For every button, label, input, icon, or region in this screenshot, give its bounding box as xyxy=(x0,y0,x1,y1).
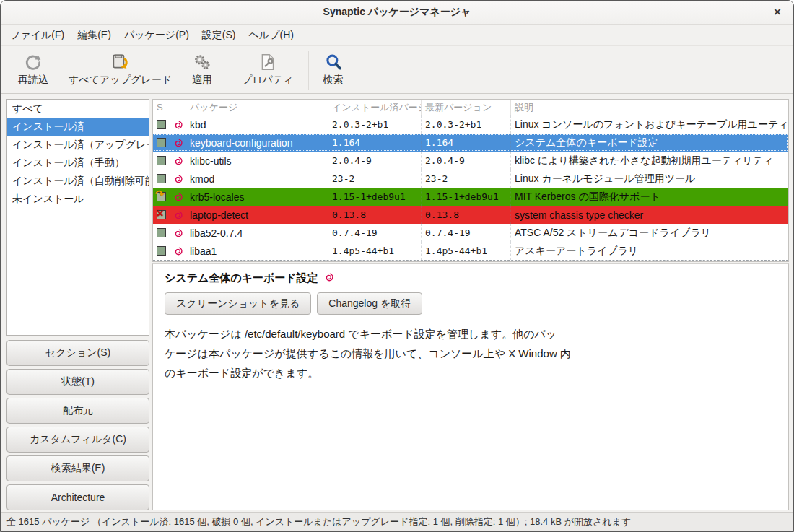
architecture-button[interactable]: Architecture xyxy=(6,484,149,510)
search-button[interactable]: 検索 xyxy=(313,48,354,92)
properties-button[interactable]: プロパティ xyxy=(232,48,304,92)
installed-version: 0.7.4-19 xyxy=(328,224,422,242)
column-header-package[interactable]: パッケージ xyxy=(186,100,328,115)
installed-version: 1.164 xyxy=(328,134,422,152)
installed-version: 1.15-1+deb9u1 xyxy=(328,188,422,206)
filter-item[interactable]: 未インストール xyxy=(7,190,149,208)
close-icon[interactable]: × xyxy=(769,4,786,21)
installed-version: 2.0.4-9 xyxy=(328,152,422,170)
menu-package[interactable]: パッケージ(P) xyxy=(118,26,196,45)
menu-edit[interactable]: 編集(E) xyxy=(71,26,118,45)
table-header: S パッケージ インストール済バージョン 最新バージョン 説明 xyxy=(153,100,788,115)
package-name: kmod xyxy=(186,170,328,188)
origin-button[interactable]: 配布元 xyxy=(6,398,149,424)
column-header-icon[interactable] xyxy=(170,100,186,115)
latest-version: 2.0.3-2+b1 xyxy=(422,115,511,134)
package-description: klibc により構築された小さな起動初期用ユーティリティ xyxy=(511,152,788,170)
table-row[interactable]: kbd 2.0.3-2+b1 2.0.3-2+b1 Linux コンソールのフォ… xyxy=(153,115,788,134)
menu-settings[interactable]: 設定(S) xyxy=(196,26,243,45)
package-icon-cell xyxy=(170,115,186,134)
latest-version: 1.164 xyxy=(422,134,511,152)
properties-icon xyxy=(258,53,277,71)
content-area: S パッケージ インストール済バージョン 最新バージョン 説明 kbd 2.0.… xyxy=(152,99,789,510)
search-results-button[interactable]: 検索結果(E) xyxy=(6,455,149,481)
menubar: ファイル(F) 編集(E) パッケージ(P) 設定(S) ヘルプ(H) xyxy=(1,25,793,46)
debian-swirl-icon xyxy=(173,120,183,130)
toolbar-separator xyxy=(227,51,227,90)
status-installed-icon xyxy=(157,174,166,183)
package-description: システム全体のキーボード設定 xyxy=(511,134,788,152)
debian-swirl-icon xyxy=(173,246,183,256)
package-icon-cell xyxy=(170,152,186,170)
sidebar-buttons: セクション(S) 状態(T) 配布元 カスタムフィルタ(C) 検索結果(E) A… xyxy=(6,340,149,510)
table-row[interactable]: liba52-0.7.4 0.7.4-19 0.7.4-19 ATSC A/52… xyxy=(153,224,788,242)
status-remove-icon: × xyxy=(157,210,166,219)
status-installed-icon xyxy=(157,120,166,129)
package-name: krb5-locales xyxy=(186,188,328,206)
status-installed-icon xyxy=(157,156,166,165)
sidebar: すべてインストール済インストール済（アップグレード可）インストール済（手動）イン… xyxy=(6,99,149,510)
package-icon-cell xyxy=(170,134,186,152)
table-row[interactable]: keyboard-configuration 1.164 1.164 システム全… xyxy=(153,134,788,152)
package-icon-cell xyxy=(170,188,186,206)
column-header-installed-version[interactable]: インストール済バージョン xyxy=(328,100,422,115)
apply-gears-icon xyxy=(193,53,211,71)
debian-swirl-icon xyxy=(173,210,183,220)
package-name: laptop-detect xyxy=(186,206,328,224)
table-row[interactable]: libaa1 1.4p5-44+b1 1.4p5-44+b1 アスキーアートライ… xyxy=(153,242,788,260)
filter-item[interactable]: インストール済（自動削除可能） xyxy=(7,172,149,190)
get-changelog-button[interactable]: Changelog を取得 xyxy=(317,292,422,315)
apply-label: 適用 xyxy=(192,74,212,87)
menu-help[interactable]: ヘルプ(H) xyxy=(243,26,300,45)
table-row[interactable]: × laptop-detect 0.13.8 0.13.8 system cha… xyxy=(153,206,788,224)
debian-swirl-icon xyxy=(173,228,183,238)
package-icon-cell xyxy=(170,224,186,242)
column-header-description[interactable]: 説明 xyxy=(511,100,788,115)
package-name: kbd xyxy=(186,115,328,134)
filter-item[interactable]: インストール済 xyxy=(7,118,149,136)
latest-version: 0.13.8 xyxy=(422,206,511,224)
status-reinstall-icon: ↷ xyxy=(157,192,166,201)
apply-button[interactable]: 適用 xyxy=(182,48,222,92)
custom-filters-button[interactable]: カスタムフィルタ(C) xyxy=(6,427,149,453)
status-installed-icon xyxy=(157,138,166,147)
filter-item[interactable]: インストール済（アップグレード可） xyxy=(7,136,149,154)
column-header-status[interactable]: S xyxy=(153,100,170,115)
menu-file[interactable]: ファイル(F) xyxy=(4,26,71,45)
package-description: Linux カーネルモジュール管理用ツール xyxy=(511,170,788,188)
reload-button[interactable]: 再読込 xyxy=(8,48,58,92)
table-row[interactable]: ↷ krb5-locales 1.15-1+deb9u1 1.15-1+deb9… xyxy=(153,188,788,206)
table-row[interactable]: kmod 23-2 23-2 Linux カーネルモジュール管理用ツール xyxy=(153,170,788,188)
filter-item[interactable]: インストール済（手動） xyxy=(7,154,149,172)
debian-swirl-icon xyxy=(173,138,183,148)
debian-swirl-icon xyxy=(324,272,334,282)
sections-button[interactable]: セクション(S) xyxy=(6,340,149,366)
search-icon xyxy=(324,53,343,71)
toolbar: 再読込 すべてアップグレード 適用 xyxy=(1,46,793,94)
latest-version: 23-2 xyxy=(422,170,511,188)
main-area: すべてインストール済インストール済（アップグレード可）インストール済（手動）イン… xyxy=(1,94,793,512)
column-header-latest-version[interactable]: 最新バージョン xyxy=(422,100,511,115)
properties-label: プロパティ xyxy=(242,74,294,87)
toolbar-separator xyxy=(308,51,309,90)
installed-version: 1.4p5-44+b1 xyxy=(328,242,422,260)
upgrade-all-icon xyxy=(110,53,129,71)
latest-version: 0.7.4-19 xyxy=(422,224,511,242)
package-icon-cell xyxy=(170,206,186,224)
view-screenshot-button[interactable]: スクリーンショットを見る xyxy=(165,292,311,315)
installed-version: 2.0.3-2+b1 xyxy=(328,115,422,134)
table-row[interactable]: klibc-utils 2.0.4-9 2.0.4-9 klibc により構築さ… xyxy=(153,152,788,170)
upgrade-all-label: すべてアップグレード xyxy=(69,74,172,87)
package-rows: kbd 2.0.3-2+b1 2.0.3-2+b1 Linux コンソールのフォ… xyxy=(153,115,788,261)
upgrade-all-button[interactable]: すべてアップグレード xyxy=(58,48,182,92)
debian-swirl-icon xyxy=(173,174,183,184)
filter-item[interactable]: すべて xyxy=(7,100,149,118)
status-button[interactable]: 状態(T) xyxy=(6,369,149,395)
package-description: system chassis type checker xyxy=(511,206,788,224)
titlebar: Synaptic パッケージマネージャ × xyxy=(1,1,793,25)
filter-list: すべてインストール済インストール済（アップグレード可）インストール済（手動）イン… xyxy=(6,99,149,336)
details-title: システム全体のキーボード設定 xyxy=(165,271,318,285)
package-description: Linux コンソールのフォントおよびキーテーブル用ユーティリティ xyxy=(511,115,788,134)
package-name: liba52-0.7.4 xyxy=(186,224,328,242)
details-description: 本パッケージは /etc/default/keyboard でキーボード設定を管… xyxy=(165,324,634,383)
